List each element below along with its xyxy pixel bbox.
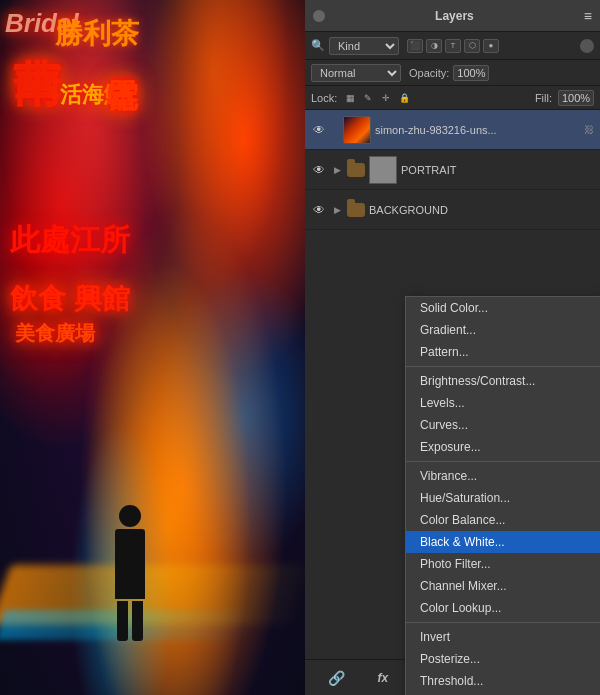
lock-all-icon[interactable]: 🔒 [397,91,411,105]
menu-item-vibrance[interactable]: Vibrance... [406,465,600,487]
lock-icons: ▦ ✎ ✛ 🔒 [343,91,411,105]
link-layers-button[interactable]: 🔗 [324,666,348,690]
lock-position-icon[interactable]: ✛ [379,91,393,105]
panel-title: Layers [325,9,584,23]
layers-panel: Layers ≡ 🔍 Kind Name Effect Mode Attribu… [305,0,600,695]
person-silhouette [100,505,160,635]
filter-shape-icon[interactable]: ⬡ [464,39,480,53]
photo-sign-2: 勝利茶 [55,15,139,53]
menu-item-brightness-contrast[interactable]: Brightness/Contrast... [406,370,600,392]
fx-icon: fx [377,671,388,685]
photo-sign-7: 美食廣場 [15,320,95,347]
menu-separator-3 [406,622,600,623]
layer-name: PORTRAIT [401,164,594,176]
blend-mode-dropdown[interactable]: Normal Dissolve Multiply Screen Overlay [311,64,401,82]
menu-item-pattern[interactable]: Pattern... [406,341,600,363]
menu-item-threshold[interactable]: Threshold... [406,670,600,692]
filter-icons-row: ⬛ ◑ T ⬡ ● [407,39,499,53]
layer-visibility-toggle[interactable]: 👁 [311,162,327,178]
fill-label: Fill: [535,92,552,104]
opacity-label: Opacity: [409,67,449,79]
layer-row[interactable]: 👁 simon-zhu-983216-uns... ⛓ [305,110,600,150]
layer-expand-icon[interactable]: ▶ [331,164,343,176]
menu-item-exposure[interactable]: Exposure... [406,436,600,458]
layer-name: simon-zhu-983216-uns... [375,124,580,136]
filter-adjust-icon[interactable]: ◑ [426,39,442,53]
fill-value[interactable]: 100% [558,90,594,106]
layer-row[interactable]: 👁 ▶ PORTRAIT [305,150,600,190]
menu-item-channel-mixer[interactable]: Channel Mixer... [406,575,600,597]
menu-item-photo-filter[interactable]: Photo Filter... [406,553,600,575]
filter-toggle[interactable] [580,39,594,53]
menu-item-color-balance[interactable]: Color Balance... [406,509,600,531]
lock-transparent-icon[interactable]: ▦ [343,91,357,105]
menu-item-posterize[interactable]: Posterize... [406,648,600,670]
filter-type-icon[interactable]: T [445,39,461,53]
layer-visibility-toggle[interactable]: 👁 [311,122,327,138]
opacity-value[interactable]: 100% [453,65,489,81]
menu-item-gradient[interactable]: Gradient... [406,319,600,341]
menu-item-hue-saturation[interactable]: Hue/Saturation... [406,487,600,509]
photo-sign-5: 此處江所 [10,220,130,261]
panel-header: Layers ≡ [305,0,600,32]
layer-thumbnail [343,116,371,144]
panel-close-button[interactable] [313,10,325,22]
kind-dropdown[interactable]: Kind Name Effect Mode Attribute Color [329,37,399,55]
menu-item-color-lookup[interactable]: Color Lookup... [406,597,600,619]
layer-link-icon: ⛓ [584,124,594,135]
lock-label: Lock: [311,92,337,104]
menu-item-curves[interactable]: Curves... [406,414,600,436]
layer-name: BACKGROUND [369,204,594,216]
blend-mode-row: Normal Dissolve Multiply Screen Overlay … [305,60,600,86]
menu-item-black-white[interactable]: Black & White... [406,531,600,553]
menu-separator-2 [406,461,600,462]
menu-item-levels[interactable]: Levels... [406,392,600,414]
filter-bar: 🔍 Kind Name Effect Mode Attribute Color … [305,32,600,60]
photo-canvas: Bridal 南華 勝利茶 活海鮮 電器 此處江所 飲食 興館 美食廣場 [0,0,305,695]
photo-sign-3: 活海鮮 [60,80,126,110]
filter-pixel-icon[interactable]: ⬛ [407,39,423,53]
menu-item-invert[interactable]: Invert [406,626,600,648]
lock-row: Lock: ▦ ✎ ✛ 🔒 Fill: 100% [305,86,600,110]
lock-pixels-icon[interactable]: ✎ [361,91,375,105]
photo-sign-6: 飲食 興館 [10,280,130,318]
menu-item-solid-color[interactable]: Solid Color... [406,297,600,319]
layer-visibility-toggle[interactable]: 👁 [311,202,327,218]
folder-icon [347,203,365,217]
menu-separator-1 [406,366,600,367]
panel-menu-icon[interactable]: ≡ [584,8,592,24]
add-layer-style-button[interactable]: fx [371,666,395,690]
layer-mask-thumbnail [369,156,397,184]
filter-smart-icon[interactable]: ● [483,39,499,53]
adjustment-dropdown-menu: Solid Color... Gradient... Pattern... Br… [405,296,600,695]
layer-row[interactable]: 👁 ▶ BACKGROUND [305,190,600,230]
folder-icon [347,163,365,177]
search-icon: 🔍 [311,39,325,52]
layer-expand-icon[interactable]: ▶ [331,204,343,216]
